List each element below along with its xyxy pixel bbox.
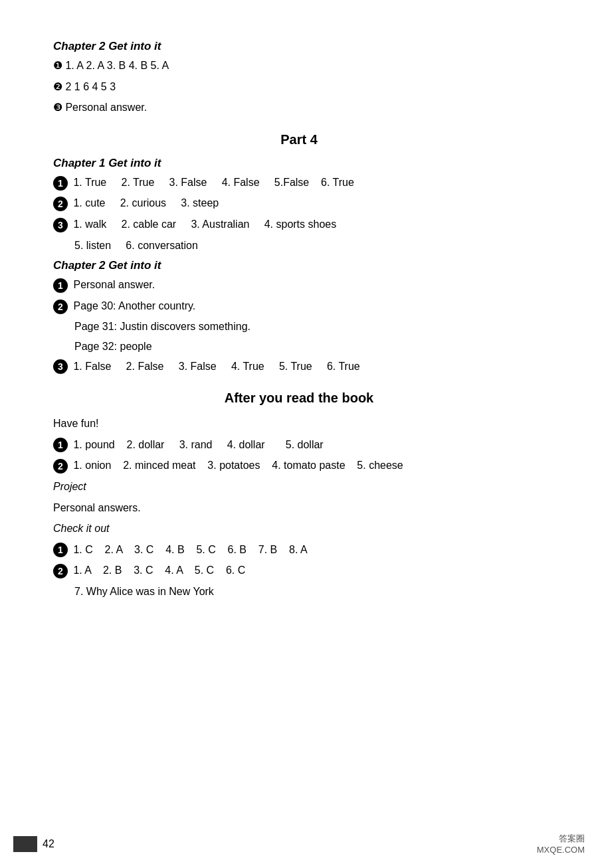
chapter2-part4-title: Chapter 2 Get into it xyxy=(53,259,545,272)
chapter1-q3-text: 1. walk 2. cable car 3. Australian 4. sp… xyxy=(73,218,336,230)
chapter1-q3: 3 1. walk 2. cable car 3. Australian 4. … xyxy=(53,216,545,233)
after-title: After you read the book xyxy=(53,391,545,406)
watermark-top: 答案圈 xyxy=(559,833,585,845)
chapter2-top-q2: ❷ 2 1 6 4 5 3 xyxy=(53,78,545,96)
after-q1-circle: 1 xyxy=(53,438,68,452)
check-it-out-label: Check it out xyxy=(53,520,545,537)
after-q2: 2 1. onion 2. minced meat 3. potatoes 4.… xyxy=(53,457,545,474)
chapter2-part4-q3-text: 1. False 2. False 3. False 4. True 5. Tr… xyxy=(73,361,359,372)
watermark-bottom: MXQE.COM xyxy=(537,845,585,855)
q1-circle: 1 xyxy=(53,176,68,191)
chapter1-q3-extra: 5. listen 6. conversation xyxy=(74,237,545,254)
q1-circle-p4: 1 xyxy=(53,278,68,293)
q2-circle: 2 xyxy=(53,197,68,211)
check-q2: 2 1. A 2. B 3. C 4. A 5. C 6. C xyxy=(53,562,545,579)
chapter2-part4-q2: 2 Page 30: Another country. xyxy=(53,298,545,315)
footer: 42 答案圈 MXQE.COM xyxy=(0,833,598,855)
check-q2-circle: 2 xyxy=(53,564,68,578)
check-q2-extra: 7. Why Alice was in New York xyxy=(74,583,545,600)
chapter1-q2-text: 1. cute 2. curious 3. steep xyxy=(73,197,219,209)
chapter2-top-q1: ❶ 1. A 2. A 3. B 4. B 5. A xyxy=(53,57,545,74)
check-q2-text: 1. A 2. B 3. C 4. A 5. C 6. C xyxy=(73,564,245,576)
project-label: Project xyxy=(53,478,545,495)
after-q1-text: 1. pound 2. dollar 3. rand 4. dollar 5. … xyxy=(73,439,323,450)
part4-title: Part 4 xyxy=(53,132,545,147)
chapter2-part4-section: Chapter 2 Get into it 1 Personal answer.… xyxy=(53,259,545,375)
chapter2-part4-page31: Page 31: Justin discovers something. xyxy=(74,318,545,335)
q3-circle: 3 xyxy=(53,218,68,232)
chapter2-part4-q1-text: Personal answer. xyxy=(73,279,155,290)
q2-circle-p4: 2 xyxy=(53,300,68,314)
q3-circle-p4: 3 xyxy=(53,359,68,374)
after-section: Have fun! 1 1. pound 2. dollar 3. rand 4… xyxy=(53,415,545,600)
after-q2-circle: 2 xyxy=(53,459,68,474)
chapter1-q2: 2 1. cute 2. curious 3. steep xyxy=(53,195,545,212)
chapter2-part4-q2-text: Page 30: Another country. xyxy=(73,300,195,311)
footer-right: 答案圈 MXQE.COM xyxy=(537,833,585,855)
chapter2-part4-q3: 3 1. False 2. False 3. False 4. True 5. … xyxy=(53,358,545,375)
footer-left: 42 xyxy=(13,836,54,852)
chapter2-top-title: Chapter 2 Get into it xyxy=(53,40,545,53)
after-q1: 1 1. pound 2. dollar 3. rand 4. dollar 5… xyxy=(53,436,545,454)
have-fun: Have fun! xyxy=(53,415,545,432)
chapter1-title: Chapter 1 Get into it xyxy=(53,157,545,170)
chapter1-section: Chapter 1 Get into it 1 1. True 2. True … xyxy=(53,157,545,254)
chapter2-part4-page32: Page 32: people xyxy=(74,338,545,355)
chapter2-top-section: Chapter 2 Get into it ❶ 1. A 2. A 3. B 4… xyxy=(53,40,545,116)
after-q2-text: 1. onion 2. minced meat 3. potatoes 4. t… xyxy=(73,460,403,471)
check-q1-circle: 1 xyxy=(53,543,68,557)
chapter2-top-q3: ❸ Personal answer. xyxy=(53,99,545,116)
chapter1-q1: 1 1. True 2. True 3. False 4. False 5.Fa… xyxy=(53,174,545,191)
page-number: 42 xyxy=(43,838,54,850)
check-q1: 1 1. C 2. A 3. C 4. B 5. C 6. B 7. B 8. … xyxy=(53,541,545,559)
chapter2-part4-q1: 1 Personal answer. xyxy=(53,276,545,294)
chapter1-q1-text: 1. True 2. True 3. False 4. False 5.Fals… xyxy=(73,177,353,188)
check-q1-text: 1. C 2. A 3. C 4. B 5. C 6. B 7. B 8. A xyxy=(73,544,307,555)
page-box xyxy=(13,836,37,852)
personal-answers: Personal answers. xyxy=(53,499,545,517)
